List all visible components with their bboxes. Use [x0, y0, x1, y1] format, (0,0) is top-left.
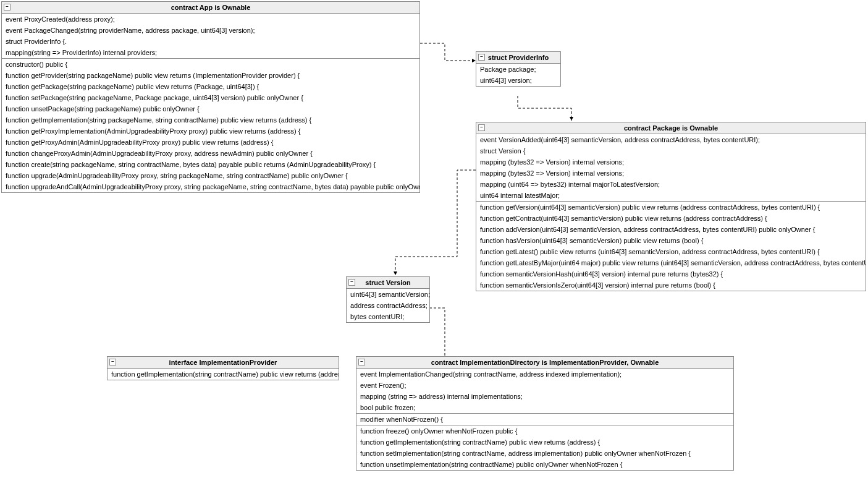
code-line: function getProxyImplementation(AdminUpg…	[2, 126, 419, 137]
collapse-icon[interactable]: −	[4, 4, 11, 11]
code-line: function unsetPackage(string packageName…	[2, 103, 419, 114]
iprov-interface: −interface ImplementationProvider functi…	[107, 356, 339, 380]
code-line: function changeProxyAdmin(AdminUpgradeab…	[2, 148, 419, 159]
code-line: event ProxyCreated(address proxy);	[2, 14, 419, 25]
collapse-icon[interactable]: −	[109, 359, 116, 365]
code-line: modifier whenNotFrozen() {	[356, 414, 733, 425]
code-line: mapping(string => ProviderInfo) internal…	[2, 47, 419, 58]
code-line: mapping (string => address) internal imp…	[356, 391, 733, 402]
code-line: struct ProviderInfo {.	[2, 36, 419, 47]
code-line: mapping (bytes32 => Version) internal ve…	[476, 156, 866, 168]
code-line: event Frozen();	[356, 380, 733, 391]
code-line: bool public frozen;	[356, 402, 733, 413]
package-events: event VersionAdded(uint64[3] semanticVer…	[476, 134, 866, 202]
code-line: function getVersion(uint64[3] semanticVe…	[476, 202, 866, 213]
code-line: function addVersion(uint64[3] semanticVe…	[476, 224, 866, 235]
code-line: mapping (uint64 => bytes32) internal maj…	[476, 179, 866, 190]
code-line: function getProvider(string packageName)…	[2, 70, 419, 81]
code-line: function setPackage(string packageName, …	[2, 92, 419, 103]
code-line: function getImplementation(string contra…	[107, 369, 339, 380]
iprov-title: interface ImplementationProvider	[169, 359, 277, 366]
code-line: event ImplementationChanged(string contr…	[356, 369, 733, 380]
idir-contract: −contract ImplementationDirectory is Imp…	[356, 356, 734, 471]
code-line: function getLatestByMajor(uint64 major) …	[476, 257, 866, 268]
code-line: Package package;	[476, 64, 560, 75]
code-line: function getPackage(string packageName) …	[2, 81, 419, 92]
code-line: function getProxyAdmin(AdminUpgradeabili…	[2, 137, 419, 148]
code-line: constructor() public {	[2, 59, 419, 70]
package-contract: −contract Package is Ownable event Versi…	[476, 122, 866, 291]
code-line: function semanticVersionIsZero(uint64[3]…	[476, 280, 866, 291]
version-title: struct Version	[365, 279, 410, 286]
code-line: address contractAddress;	[347, 300, 429, 311]
code-line: function semanticVersionHash(uint64[3] v…	[476, 268, 866, 280]
code-line: uint64[3] semanticVersion;	[347, 289, 429, 300]
app-funcs: constructor() public { function getProvi…	[2, 59, 419, 192]
collapse-icon[interactable]: −	[358, 359, 365, 365]
code-line: function setImplementation(string contra…	[356, 448, 733, 459]
code-line: function upgrade(AdminUpgradeabilityProx…	[2, 170, 419, 181]
version-struct: −struct Version uint64[3] semanticVersio…	[346, 276, 430, 323]
package-funcs: function getVersion(uint64[3] semanticVe…	[476, 202, 866, 291]
code-line: event PackageChanged(string providerName…	[2, 25, 419, 36]
code-line: uint64 internal latestMajor;	[476, 190, 866, 201]
providerinfo-title: struct ProviderInfo	[488, 54, 549, 61]
code-line: function getContract(uint64[3] semanticV…	[476, 213, 866, 224]
code-line: event VersionAdded(uint64[3] semanticVer…	[476, 134, 866, 145]
collapse-icon[interactable]: −	[478, 124, 485, 131]
code-line: function freeze() onlyOwner whenNotFroze…	[356, 425, 733, 437]
code-line: function create(string packageName, stri…	[2, 159, 419, 170]
code-line: struct Version {	[476, 145, 866, 156]
app-events: event ProxyCreated(address proxy); event…	[2, 14, 419, 59]
collapse-icon[interactable]: −	[478, 54, 485, 61]
code-line: function hasVersion(uint64[3] semanticVe…	[476, 235, 866, 246]
idir-mods: modifier whenNotFrozen() {	[356, 414, 733, 425]
code-line: function getImplementation(string contra…	[356, 437, 733, 448]
code-line: mapping (bytes32 => Version) internal ve…	[476, 168, 866, 179]
code-line: function getImplementation(string packag…	[2, 114, 419, 126]
code-line: uint64[3] version;	[476, 75, 560, 86]
idir-title: contract ImplementationDirectory is Impl…	[431, 359, 659, 366]
app-title: contract App is Ownable	[171, 4, 251, 11]
package-title: contract Package is Ownable	[624, 124, 718, 132]
code-line: function upgradeAndCall(AdminUpgradeabil…	[2, 181, 419, 192]
providerinfo-struct: −struct ProviderInfo Package package; ui…	[476, 51, 561, 87]
code-line: function unsetImplementation(string cont…	[356, 459, 733, 470]
collapse-icon[interactable]: −	[348, 279, 355, 286]
idir-funcs: function freeze() onlyOwner whenNotFroze…	[356, 425, 733, 470]
app-contract: −contract App is Ownable event ProxyCrea…	[1, 1, 420, 193]
idir-events: event ImplementationChanged(string contr…	[356, 369, 733, 414]
code-line: bytes contentURI;	[347, 311, 429, 322]
code-line: function getLatest() public view returns…	[476, 246, 866, 257]
